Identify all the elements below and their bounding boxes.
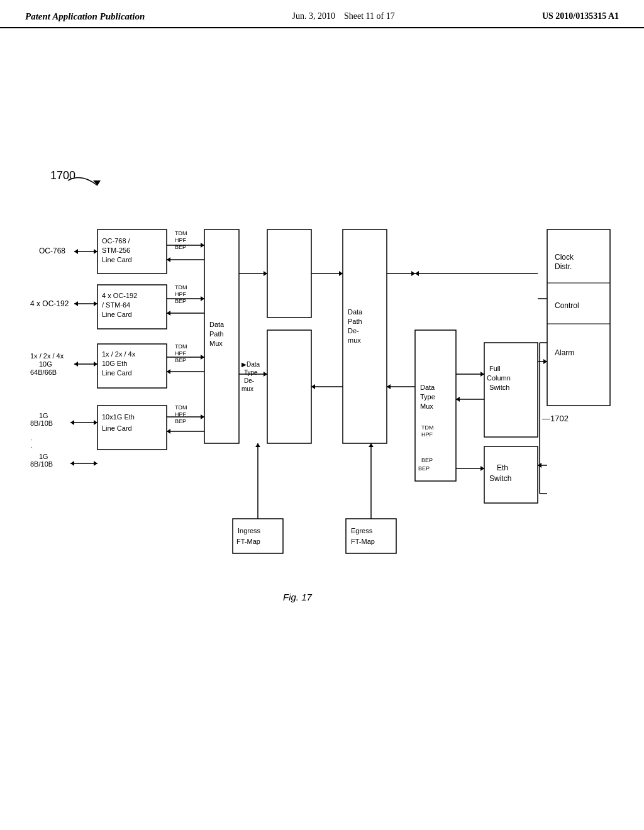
svg-marker-85 [411,271,415,276]
svg-text:▶Data: ▶Data [242,361,260,368]
svg-text:Path: Path [348,318,362,325]
svg-text:1G: 1G [39,453,48,460]
svg-text:Path: Path [209,330,224,338]
svg-text:Clock: Clock [555,253,574,262]
svg-marker-54 [201,296,204,301]
svg-text:FT-Map: FT-Map [236,538,260,545]
svg-text:STM-256: STM-256 [102,246,130,254]
svg-text:Mux: Mux [420,402,433,410]
svg-marker-27 [94,420,97,425]
svg-text:Line Card: Line Card [102,311,132,318]
svg-text:Data: Data [348,308,363,316]
svg-text:Mux: Mux [209,340,223,347]
svg-text:Alarm: Alarm [555,348,574,357]
svg-marker-130 [415,271,419,276]
svg-text:Data: Data [209,321,225,328]
center-box-2 [267,330,311,443]
diagram-area: 1700 OC-768 OC-768 / STM-256 Line Card 4… [0,35,644,777]
svg-marker-87 [387,384,391,389]
svg-text:Ingress: Ingress [238,527,261,534]
svg-text:Switch: Switch [489,474,511,483]
diagram-id-label: 1700 [50,169,75,182]
svg-text:Egress: Egress [351,527,373,534]
svg-text:Line Card: Line Card [102,424,132,432]
svg-marker-58 [201,355,204,360]
svg-marker-34 [94,461,97,466]
svg-text:64B/66B: 64B/66B [30,368,57,376]
patent-number: US 2010/0135315 A1 [542,11,619,21]
page-header: Patent Application Publication Jun. 3, 2… [0,0,644,28]
center-box-1 [267,230,311,318]
svg-marker-112 [456,397,460,402]
svg-marker-71 [264,372,267,377]
patent-diagram: 1700 OC-768 OC-768 / STM-256 Line Card 4… [0,35,644,777]
svg-text:TDM: TDM [175,284,187,290]
svg-marker-3 [94,249,97,254]
publication-title: Patent Application Publication [25,11,145,22]
svg-text:HPF: HPF [175,350,187,357]
svg-text:Type: Type [420,393,435,401]
svg-text:De-: De- [348,327,359,335]
figure-caption: Fig. 17 [283,592,313,602]
egress-ftmap-box [346,519,396,553]
svg-marker-50 [201,243,204,248]
svg-text:Data: Data [420,384,435,391]
svg-text:1G: 1G [39,412,48,419]
svg-marker-19 [94,362,97,367]
svg-text:Control: Control [555,301,579,310]
svg-text:10G: 10G [39,360,52,368]
svg-text:HPF: HPF [175,237,187,243]
svg-text:10x1G Eth: 10x1G Eth [102,413,135,421]
svg-marker-10 [94,301,97,306]
svg-marker-127 [369,443,374,447]
svg-marker-18 [74,362,78,367]
sheet-number: Sheet 11 of 17 [344,11,395,21]
date: Jun. 3, 2010 [292,11,335,21]
svg-text:Type: Type [244,369,258,376]
svg-text:10G Eth: 10G Eth [102,360,127,367]
svg-text:BEP: BEP [175,418,186,424]
svg-text:Eth: Eth [497,463,508,472]
svg-text:OC-768 /: OC-768 / [102,237,131,245]
svg-text:Line Card: Line Card [102,369,132,377]
svg-text:·: · [30,436,32,443]
svg-text:TDM: TDM [175,343,187,350]
svg-text:Full: Full [489,365,501,372]
svg-text:HPF: HPF [421,431,433,438]
svg-text:Line Card: Line Card [102,256,132,263]
svg-marker-56 [167,311,170,316]
svg-marker-116 [480,466,484,471]
svg-text:mux: mux [348,336,361,344]
svg-text:—1702: —1702 [542,414,569,423]
svg-marker-33 [70,461,74,466]
svg-text:TDM: TDM [175,404,187,411]
svg-text:·: · [30,443,32,451]
svg-marker-77 [339,271,343,276]
svg-marker-2 [74,249,78,254]
svg-marker-79 [311,384,315,389]
svg-marker-110 [480,372,484,377]
svg-text:HPF: HPF [175,291,187,297]
svg-marker-64 [167,429,170,434]
svg-text:Distr.: Distr. [555,262,572,271]
svg-marker-62 [201,414,204,419]
svg-marker-26 [70,420,74,425]
svg-text:Column: Column [487,374,511,382]
svg-text:De-: De- [244,377,254,384]
svg-marker-9 [74,301,78,306]
svg-marker-114 [543,359,547,364]
svg-text:FT-Map: FT-Map [351,538,375,545]
svg-text:4 x OC-192: 4 x OC-192 [102,292,137,299]
svg-text:1x / 2x / 4x: 1x / 2x / 4x [102,350,136,358]
ingress-ftmap-box [233,519,283,553]
svg-text:8B/10B: 8B/10B [30,460,53,468]
sheet-info: Jun. 3, 2010 Sheet 11 of 17 [292,11,394,21]
svg-text:8B/10B: 8B/10B [30,419,53,427]
svg-marker-52 [167,257,170,262]
oc768-label: OC-768 [39,246,65,255]
svg-text:BEP: BEP [175,357,186,363]
svg-marker-69 [264,271,267,276]
svg-text:BEP: BEP [421,457,433,463]
svg-marker-125 [255,443,260,447]
svg-text:1x / 2x / 4x: 1x / 2x / 4x [30,352,64,360]
